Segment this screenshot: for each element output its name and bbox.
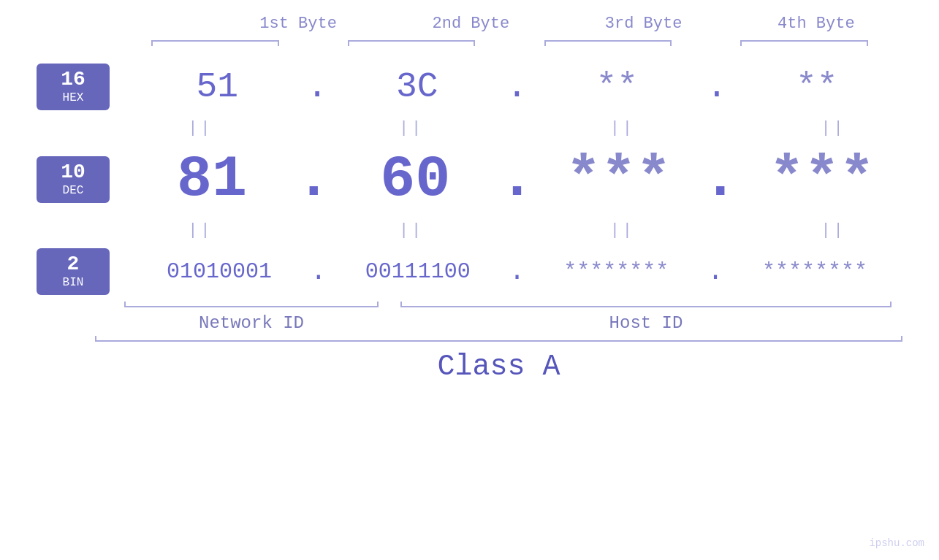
hex-row: 16 HEX 51 . 3C . ** . **	[0, 64, 939, 110]
sep-2-1: ||	[95, 221, 306, 239]
byte-header-4: 4th Byte	[730, 15, 902, 33]
host-id-bracket	[400, 306, 892, 307]
hex-byte-4: **	[731, 67, 902, 107]
sep-2-3: ||	[517, 221, 729, 239]
dec-dot-1: .	[292, 146, 335, 212]
bottom-section: Class A	[0, 340, 939, 383]
byte-header-3: 3rd Byte	[558, 15, 730, 33]
sep-1-4: ||	[728, 119, 939, 137]
byte-header-1: 1st Byte	[212, 15, 384, 33]
bin-dot-2: .	[506, 257, 529, 287]
bin-dot-3: .	[704, 257, 727, 287]
bin-values: 01010001 . 00111100 . ******** . *******…	[132, 257, 902, 287]
hex-dot-2: .	[503, 67, 531, 107]
sep-2-2: ||	[306, 221, 517, 239]
host-id-label: Host ID	[389, 313, 902, 333]
dec-byte-4: ***	[742, 146, 902, 212]
dec-values: 81 . 60 . *** . ***	[132, 146, 902, 212]
sep-1-2: ||	[306, 119, 517, 137]
class-label: Class A	[95, 350, 902, 383]
sep-1-1: ||	[95, 119, 306, 137]
sep-row-2: || || || ||	[0, 221, 939, 239]
bin-byte-1: 01010001	[132, 259, 307, 284]
hex-byte-2: 3C	[331, 67, 503, 107]
bin-byte-3: ********	[528, 259, 704, 284]
hex-byte-3: **	[531, 67, 703, 107]
network-id-section: Network ID	[113, 306, 389, 333]
dec-byte-1: 81	[132, 146, 292, 212]
dec-dot-3: .	[699, 146, 742, 212]
dec-byte-3: ***	[539, 146, 699, 212]
network-id-label: Network ID	[113, 313, 389, 333]
main-container: 1st Byte 2nd Byte 3rd Byte 4th Byte 16 H…	[0, 0, 939, 560]
sep-1-3: ||	[517, 119, 729, 137]
sep-row-1: || || || ||	[0, 119, 939, 137]
dec-label: 10 DEC	[37, 156, 110, 203]
bin-row: 2 BIN 01010001 . 00111100 . ******** . *…	[0, 248, 939, 295]
hex-dot-1: .	[303, 67, 332, 107]
byte-headers: 1st Byte 2nd Byte 3rd Byte 4th Byte	[0, 15, 939, 33]
hex-dot-3: .	[703, 67, 731, 107]
bin-label: 2 BIN	[37, 248, 110, 295]
hex-byte-1: 51	[132, 67, 303, 107]
hex-values: 51 . 3C . ** . **	[132, 67, 902, 107]
dec-byte-2: 60	[335, 146, 495, 212]
full-bracket	[95, 340, 902, 342]
id-brackets: Network ID Host ID	[0, 306, 939, 333]
bin-dot-1: .	[307, 257, 330, 287]
bin-byte-4: ********	[727, 259, 902, 284]
network-id-bracket	[124, 306, 379, 307]
host-id-section: Host ID	[389, 306, 902, 333]
byte-header-2: 2nd Byte	[384, 15, 557, 33]
bin-byte-2: 00111100	[330, 259, 506, 284]
dec-row: 10 DEC 81 . 60 . *** . ***	[0, 146, 939, 212]
hex-label: 16 HEX	[37, 64, 110, 110]
watermark: ipshu.com	[869, 537, 924, 549]
header-brackets	[0, 40, 939, 42]
sep-2-4: ||	[728, 221, 939, 239]
dec-dot-2: .	[495, 146, 538, 212]
